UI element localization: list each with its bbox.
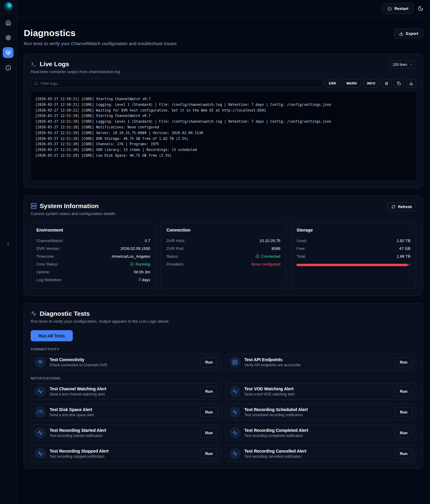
run-all-tests-button[interactable]: Run All Tests [31,330,73,341]
info-label: DVR Version: [36,246,60,251]
test-desc: Send a test VOD watching alert [244,392,391,396]
pause-logs-button[interactable] [382,79,392,88]
info-label: DVR Host: [167,238,185,243]
run-test-button[interactable]: Run [395,386,412,396]
system-info-title: System Information [40,202,99,210]
chevron-down-icon [409,63,413,66]
copy-logs-button[interactable] [394,79,404,88]
test-desc: Check connection to Channels DVR [50,363,196,367]
info-label: Free: [296,246,306,251]
live-logs-subtitle: Real-time container output from channelw… [31,69,120,74]
run-test-button[interactable]: Run [395,407,412,417]
test-section-label: CONNECTIVITY [31,347,416,351]
log-filter-input[interactable] [41,81,319,86]
sidebar-item-about[interactable] [3,62,14,73]
diagnostic-tests-card: Diagnostic Tests Run tests to verify you… [24,303,423,469]
info-row: Providers: None configured [167,260,281,268]
system-info-panel: Environment ChannelWatch: 0.7 DVR Versio… [31,223,156,289]
test-card: Test Recording Scheduled Alert Test sche… [226,404,416,420]
panel-title: Storage [296,228,410,232]
run-test-button[interactable]: Run [200,449,217,459]
sidebar-item-settings[interactable] [3,32,14,43]
info-row: Core Status: Running [36,260,150,268]
theme-toggle-button[interactable] [418,6,423,11]
test-name: Test Recording Scheduled Alert [244,407,391,412]
run-test-button[interactable]: Run [200,407,217,417]
info-icon [5,65,11,71]
info-row: DVR Host: 10.10.25.75 [167,237,281,244]
info-value: 7 days [139,278,150,282]
panel-title: Environment [36,228,150,232]
wifi-icon [35,357,46,368]
info-label: Total: [296,254,306,259]
test-desc: Send a test channel watching alert [50,392,196,396]
test-card: Test Disk Space Alert Send a test disk s… [31,404,222,420]
test-desc: Test recording started notification [50,434,196,438]
log-lines-select[interactable]: 100 lines [389,60,416,69]
terminal-icon [31,61,37,67]
activity-icon [229,427,241,438]
filter-info-button[interactable]: INFO [363,79,379,88]
info-row: Log Retention: 7 days [36,276,150,284]
log-output[interactable]: [2026-03-27 12:50:21] [CORE] Starting Ch… [31,91,416,181]
sidebar-item-diagnostics[interactable] [3,47,14,58]
run-test-button[interactable]: Run [395,357,412,367]
test-name: Test Recording Stopped Alert [50,449,196,453]
info-value: 47 GB [399,246,410,251]
system-info-panel: Storage Used: 1.82 TB Free: 47 GB Total:… [291,223,416,289]
info-label: Timezone: [36,254,55,259]
live-logs-title: Live Logs [40,60,69,68]
copy-icon [397,81,401,85]
info-value: Running [130,262,150,266]
storage-usage-bar [296,264,410,266]
test-name: Test Connectivity [50,357,196,362]
info-label: Log Retention: [36,278,62,282]
app-logo[interactable] [4,2,13,11]
download-icon [399,31,404,36]
test-desc: Test scheduled recording notification [244,413,391,417]
system-info-subtitle: Current system status and configuration … [31,211,115,216]
heart-pulse-icon [5,50,11,56]
info-row: Timezone: America/Los_Angeles [36,252,150,260]
test-desc: Send a test disk space alert [50,413,196,417]
run-test-button[interactable]: Run [395,449,412,459]
restart-button[interactable]: Restart [382,3,413,14]
sidebar-collapse-button[interactable] [0,241,16,248]
system-info-panel: Connection DVR Host: 10.10.25.75 DVR Por… [161,223,286,289]
test-name: Test Channel Watching Alert [50,386,196,391]
test-card: Test Channel Watching Alert Send a test … [31,383,222,400]
test-name: Test Disk Space Alert [50,407,196,412]
info-row: ChannelWatch: 0.7 [36,237,150,244]
info-row: Total: 1.86 TB [296,252,410,260]
test-section: CONNECTIVITY Test Connectivity Check con… [31,347,416,370]
info-row: DVR Port: 8089 [167,244,281,252]
refresh-button[interactable]: Refresh [387,202,416,211]
info-value: 0d 0h 3m [134,270,150,274]
run-test-button[interactable]: Run [200,428,217,438]
filter-err-button[interactable]: ERR [325,79,340,88]
run-test-button[interactable]: Run [200,357,217,367]
server-icon [229,357,241,368]
info-value: 2026.02.09.1530 [121,246,150,251]
export-button[interactable]: Export [394,29,423,38]
run-test-button[interactable]: Run [200,386,217,396]
pause-icon [385,81,389,85]
download-logs-button[interactable] [406,79,416,88]
run-test-button[interactable]: Run [395,428,412,438]
sidebar-item-home[interactable] [3,17,14,28]
main-content: Diagnostics Run tests to verify your Cha… [17,17,430,487]
info-label: ChannelWatch: [36,238,63,243]
topbar: Restart [17,0,430,17]
check-circle-icon [130,262,134,266]
test-name: Test Recording Started Alert [50,428,196,433]
moon-icon [418,6,423,11]
test-card: Test Recording Stopped Alert Test record… [31,445,222,462]
activity-icon [35,386,46,397]
storage-usage-fill [296,264,407,266]
page-subtitle: Run tests to verify your ChannelWatch co… [24,41,178,46]
test-desc: Test recording stopped notification [50,454,196,459]
refresh-icon [392,205,395,209]
filter-warn-button[interactable]: WARN [342,79,361,88]
export-label: Export [406,31,418,36]
diagnostic-tests-title: Diagnostic Tests [40,310,90,317]
